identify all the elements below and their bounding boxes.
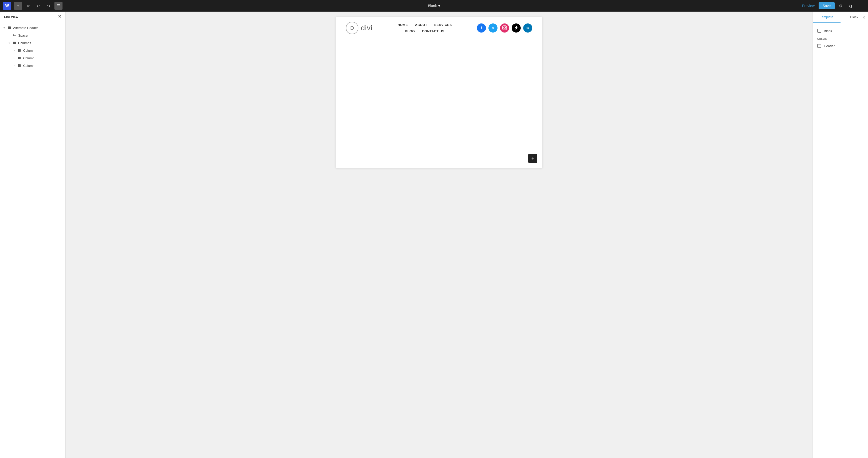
svg-rect-2	[10, 27, 11, 29]
site-nav: HOME ABOUT SERVICES BLOG CONTACT US	[377, 23, 472, 33]
nav-row-1: HOME ABOUT SERVICES	[398, 23, 452, 27]
svg-rect-15	[18, 64, 19, 67]
list-view-icon: ☰	[57, 3, 60, 8]
svg-rect-13	[20, 57, 20, 59]
theme-toggle-button[interactable]: ◑	[847, 2, 855, 10]
plus-icon: +	[531, 155, 534, 162]
list-view-header: List View ✕	[0, 11, 65, 22]
tiktok-icon[interactable]	[512, 24, 521, 32]
column-1-label: Column	[23, 49, 34, 53]
svg-rect-7	[14, 41, 15, 44]
alternate-header-label: Alternate Header	[13, 26, 38, 30]
right-panel-tabs: Template Block ✕	[813, 11, 868, 23]
instagram-icon[interactable]	[500, 24, 509, 32]
areas-section-label: AREAS	[816, 35, 865, 41]
tree-view: ▾ Alternate Header ›	[0, 22, 65, 458]
chevron-down-icon: ▾	[2, 26, 6, 30]
svg-rect-1	[9, 27, 10, 29]
save-button[interactable]: Save	[818, 2, 835, 9]
nav-item-blog[interactable]: BLOG	[405, 29, 415, 33]
right-panel: Template Block ✕ Blank AREAS	[812, 11, 868, 458]
wp-logo-button[interactable]: W	[3, 2, 11, 10]
site-logo-text: divi	[361, 24, 372, 32]
column2-icon	[17, 56, 22, 60]
site-header: D divi HOME ABOUT SERVICES BLOG CONTACT …	[336, 17, 542, 39]
svg-rect-10	[20, 49, 20, 52]
tree-item-alternate-header[interactable]: ▾ Alternate Header	[0, 24, 65, 31]
moon-icon: ◑	[849, 3, 852, 8]
columns-group-icon	[12, 40, 17, 46]
wp-logo-icon: W	[5, 3, 9, 8]
canvas-area: D divi HOME ABOUT SERVICES BLOG CONTACT …	[65, 11, 812, 458]
settings-icon: ⚙	[839, 3, 842, 8]
more-icon: ⋮	[859, 3, 863, 8]
tree-item-column-3[interactable]: › Column	[0, 62, 65, 69]
nav-item-contact[interactable]: CONTACT US	[422, 29, 444, 33]
facebook-icon[interactable]: f	[477, 24, 486, 32]
template-name-label: Blank	[428, 4, 437, 8]
list-view-title: List View	[4, 15, 18, 19]
svg-rect-12	[18, 57, 19, 59]
social-icons: f 𝕏	[477, 24, 532, 32]
columns-chevron-down-icon: ▾	[7, 41, 11, 45]
add-button[interactable]: +	[14, 2, 22, 10]
column3-icon	[17, 63, 22, 68]
svg-rect-18	[817, 29, 821, 32]
twitter-icon[interactable]: 𝕏	[489, 24, 497, 32]
columns-label: Columns	[18, 41, 31, 45]
column1-chevron-icon: ›	[12, 49, 16, 53]
add-block-button[interactable]: +	[528, 154, 537, 163]
chevron-down-icon: ▾	[438, 4, 440, 8]
svg-rect-6	[13, 41, 14, 44]
settings-button[interactable]: ⚙	[837, 2, 845, 10]
left-panel: List View ✕ ▾ Alternate Header ›	[0, 11, 65, 458]
nav-item-about[interactable]: ABOUT	[415, 23, 427, 27]
column3-chevron-icon: ›	[12, 63, 16, 67]
header-area-item[interactable]: Header	[816, 41, 865, 51]
nav-item-home[interactable]: HOME	[398, 23, 408, 27]
tree-item-column-1[interactable]: › Column	[0, 47, 65, 54]
main-layout: List View ✕ ▾ Alternate Header ›	[0, 11, 868, 458]
linkedin-icon[interactable]: in	[523, 24, 532, 32]
tab-template[interactable]: Template	[813, 11, 840, 23]
right-panel-content: Blank AREAS Header	[813, 23, 868, 458]
pencil-icon: ✏	[27, 3, 30, 8]
redo-button[interactable]: ↪	[44, 2, 53, 10]
svg-rect-8	[16, 41, 16, 44]
svg-rect-0	[8, 27, 9, 29]
spacer-icon	[12, 33, 17, 38]
toolbar-right-actions: Preview Save ⚙ ◑ ⋮	[800, 2, 865, 10]
svg-rect-20	[817, 44, 821, 46]
list-view-button[interactable]: ☰	[55, 2, 62, 10]
list-view-close-button[interactable]: ✕	[58, 15, 61, 19]
nav-item-services[interactable]: SERVICES	[434, 23, 452, 27]
svg-rect-17	[21, 64, 21, 67]
pencil-button[interactable]: ✏	[24, 2, 32, 10]
toolbar: W + ✏ ↩ ↪ ☰ Blank ▾ Preview Save ⚙ ◑ ⋮	[0, 0, 868, 11]
svg-rect-9	[18, 49, 19, 52]
tree-item-columns[interactable]: ▾ Columns	[0, 39, 65, 47]
template-name-dropdown[interactable]: Blank ▾	[428, 4, 440, 8]
svg-rect-16	[20, 64, 20, 67]
preview-button[interactable]: Preview	[800, 3, 816, 9]
more-options-button[interactable]: ⋮	[857, 2, 865, 10]
undo-button[interactable]: ↩	[34, 2, 42, 10]
site-logo-area: D divi	[346, 22, 372, 34]
header-area-icon	[817, 44, 822, 49]
tree-item-column-2[interactable]: › Column	[0, 54, 65, 62]
column1-icon	[17, 48, 22, 53]
logo-letter: D	[350, 25, 354, 31]
tree-item-spacer[interactable]: › Spacer	[0, 31, 65, 39]
svg-rect-14	[21, 57, 21, 59]
column-3-label: Column	[23, 64, 34, 67]
columns-icon	[7, 25, 12, 30]
site-logo-circle: D	[346, 22, 359, 34]
nav-row-2: BLOG CONTACT US	[405, 29, 444, 33]
blank-label: Blank	[824, 29, 832, 33]
column2-chevron-icon: ›	[12, 56, 16, 60]
column-2-label: Column	[23, 56, 34, 60]
right-panel-close-button[interactable]: ✕	[862, 15, 866, 20]
spacer-label: Spacer	[18, 33, 29, 37]
blank-template-item[interactable]: Blank	[816, 26, 865, 35]
add-icon: +	[17, 3, 19, 8]
